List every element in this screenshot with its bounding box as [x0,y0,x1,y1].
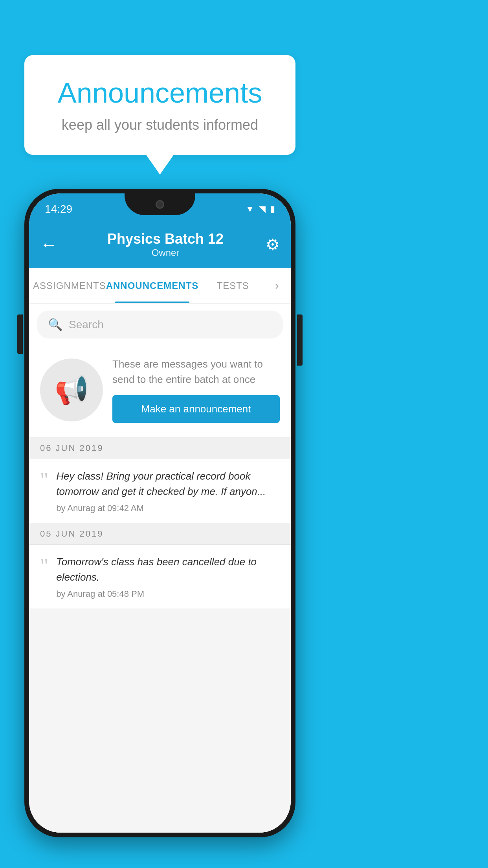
speech-bubble-tail [146,155,174,175]
promo-description: These are messages you want to send to t… [112,357,280,387]
wifi-icon: ▼ [246,204,254,214]
search-placeholder: Search [69,318,104,331]
phone-inner: 14:29 ▼ ◥ ▮ ← Physics Batch 12 Owner ⚙ [29,193,291,833]
quote-icon-1: " [40,470,48,491]
settings-icon[interactable]: ⚙ [266,235,280,254]
battery-icon: ▮ [270,204,275,214]
search-bar[interactable]: 🔍 Search [37,311,283,338]
speech-bubble: Announcements keep all your students inf… [24,55,295,155]
promo-card: 📢 These are messages you want to send to… [29,346,291,438]
megaphone-icon: 📢 [55,374,89,406]
tab-assignments[interactable]: ASSIGNMENTS [33,268,106,303]
signal-icon: ◥ [259,204,266,214]
back-button[interactable]: ← [40,235,57,254]
make-announcement-button[interactable]: Make an announcement [112,395,280,423]
search-container: 🔍 Search [29,303,291,346]
status-time: 14:29 [45,203,72,215]
announcement-content-2: Tomorrow's class has been cancelled due … [56,554,280,599]
tab-more-icon[interactable]: › [267,280,287,292]
search-icon: 🔍 [48,318,62,331]
promo-content: These are messages you want to send to t… [112,357,280,423]
promo-icon-circle: 📢 [40,359,103,421]
speech-bubble-subtitle: keep all your students informed [48,117,272,133]
announcement-item-1[interactable]: " Hey class! Bring your practical record… [29,459,291,523]
status-icons: ▼ ◥ ▮ [246,204,275,214]
tab-tests[interactable]: TESTS [198,268,267,303]
app-bar-subtitle: Owner [65,247,266,258]
phone-wrapper: 14:29 ▼ ◥ ▮ ← Physics Batch 12 Owner ⚙ [24,189,295,837]
date-separator-1: 06 JUN 2019 [29,438,291,459]
phone-outer: 14:29 ▼ ◥ ▮ ← Physics Batch 12 Owner ⚙ [24,189,295,837]
announcement-text-1: Hey class! Bring your practical record b… [56,469,280,499]
announcement-item-2[interactable]: " Tomorrow's class has been cancelled du… [29,545,291,609]
announcement-content-1: Hey class! Bring your practical record b… [56,469,280,513]
date-separator-2: 05 JUN 2019 [29,523,291,545]
speech-bubble-title: Announcements [48,77,272,109]
tab-bar: ASSIGNMENTS ANNOUNCEMENTS TESTS › [29,268,291,303]
speech-bubble-container: Announcements keep all your students inf… [24,55,295,175]
phone-content: 🔍 Search 📢 These are messages you want t… [29,303,291,833]
tab-announcements[interactable]: ANNOUNCEMENTS [106,268,199,303]
announcement-meta-2: by Anurag at 05:48 PM [56,589,280,599]
phone-notch [125,193,195,215]
announcement-meta-1: by Anurag at 09:42 AM [56,503,280,513]
camera-icon [156,200,164,209]
app-bar: ← Physics Batch 12 Owner ⚙ [29,221,291,268]
announcement-text-2: Tomorrow's class has been cancelled due … [56,554,280,585]
app-bar-title: Physics Batch 12 [65,231,266,247]
quote-icon-2: " [40,556,48,576]
app-bar-title-block: Physics Batch 12 Owner [65,231,266,258]
